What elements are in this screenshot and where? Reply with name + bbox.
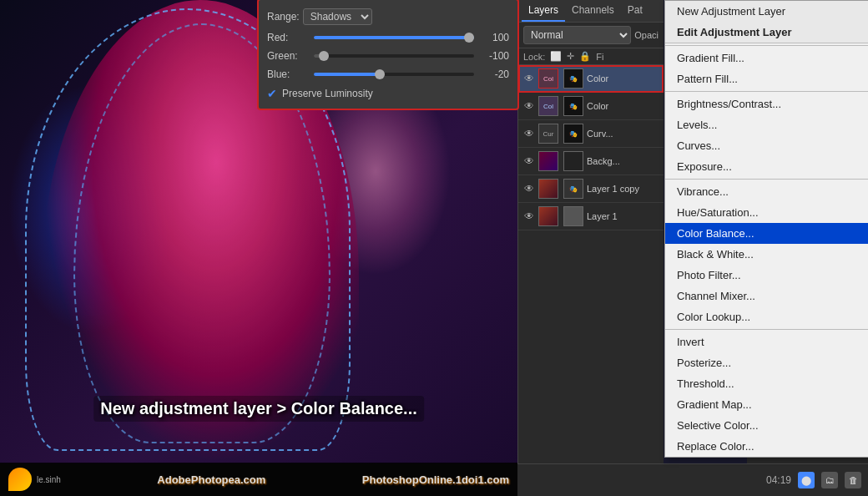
checkbox-icon: ✔ — [267, 87, 277, 100]
layer-thumb-bg — [538, 151, 558, 171]
opacity-label: Opaci — [634, 30, 659, 40]
menu-hue-saturation[interactable]: Hue/Saturation... — [665, 202, 868, 223]
layer-mask-curves: 🎭 — [563, 124, 583, 144]
menu-divider-1 — [665, 45, 868, 46]
context-menu: New Adjustment Layer Edit Adjustment Lay… — [664, 0, 868, 458]
range-label: Range: — [267, 11, 300, 23]
layer-name-layer1: Layer 1 — [587, 211, 659, 221]
status-icon-record[interactable]: ⬤ — [798, 472, 815, 488]
red-slider-fill — [314, 36, 474, 39]
preserve-luminosity-label: Preserve Luminosity — [282, 88, 373, 99]
logo-icon — [8, 468, 32, 491]
blue-slider-track[interactable] — [314, 73, 474, 76]
layer-name-col1: Color — [587, 73, 659, 84]
menu-levels[interactable]: Levels... — [665, 114, 868, 135]
range-row: Range: Shadows Midtones Highlights — [267, 8, 509, 25]
menu-gradient-fill[interactable]: Gradient Fill... — [665, 48, 868, 68]
red-value: 100 — [479, 32, 509, 43]
layer-item-copy[interactable]: 👁 🎭 Layer 1 copy — [518, 175, 664, 203]
lock-row: Lock: ⬜ ✛ 🔒 Fi — [518, 48, 664, 65]
menu-edit-adjustment[interactable]: Edit Adjustment Layer — [665, 22, 868, 43]
menu-divider-2 — [665, 91, 868, 92]
menu-replace-color[interactable]: Replace Color... — [665, 436, 868, 457]
green-value: -100 — [479, 50, 509, 62]
left-url: AdobePhotopea.com — [157, 473, 265, 486]
menu-divider-4 — [665, 329, 868, 330]
status-time: 04:19 — [766, 474, 791, 486]
tab-channels[interactable]: Channels — [565, 0, 621, 22]
green-slider-thumb[interactable] — [319, 51, 329, 61]
blend-mode-dropdown[interactable]: Normal Multiply Screen — [523, 26, 631, 44]
eye-icon-col2[interactable]: 👁 — [523, 100, 535, 112]
logo-area: le.sinh — [8, 468, 61, 491]
menu-color-lookup[interactable]: Color Lookup... — [665, 306, 868, 327]
layer-mask-layer1 — [563, 206, 583, 226]
blue-label: Blue: — [267, 68, 309, 80]
blue-slider-fill — [314, 73, 378, 76]
lock-all-icon[interactable]: 🔒 — [579, 51, 591, 62]
layer-item-layer1[interactable]: 👁 Layer 1 — [518, 203, 664, 230]
right-url: PhotoshopOnline.1doi1.com — [362, 473, 509, 486]
eye-icon-curves[interactable]: 👁 — [523, 128, 535, 139]
red-label: Red: — [267, 32, 309, 43]
layer-mask-bg — [563, 151, 583, 171]
menu-selective-color[interactable]: Selective Color... — [665, 415, 868, 436]
layer-item-curves[interactable]: 👁 Cur 🎭 Curv... — [518, 120, 664, 148]
layer-item-bg[interactable]: 👁 Backg... — [518, 148, 664, 175]
menu-black-white[interactable]: Black & White... — [665, 244, 868, 265]
red-slider-track[interactable] — [314, 36, 474, 39]
menu-photo-filter[interactable]: Photo Filter... — [665, 265, 868, 286]
red-slider-thumb[interactable] — [464, 33, 474, 43]
lock-pixel-icon[interactable]: ⬜ — [550, 51, 562, 62]
menu-brightness-contrast[interactable]: Brightness/Contrast... — [665, 94, 868, 114]
layer-mask-copy: 🎭 — [563, 179, 583, 199]
range-dropdown[interactable]: Shadows Midtones Highlights — [303, 8, 372, 25]
watermark-text: New adjustment layer > Color Balance... — [93, 396, 424, 422]
menu-pattern-fill[interactable]: Pattern Fill... — [665, 68, 868, 89]
layer-thumb-layer1 — [538, 206, 558, 226]
layer-item-col2[interactable]: 👁 Col 🎭 Color — [518, 93, 664, 120]
green-slider-track[interactable] — [314, 54, 474, 58]
preserve-luminosity-row[interactable]: ✔ Preserve Luminosity — [267, 87, 509, 100]
logo-text: le.sinh — [37, 475, 61, 484]
menu-threshold[interactable]: Threshold... — [665, 373, 868, 394]
tab-layers[interactable]: Layers — [522, 0, 565, 22]
bottom-bar: le.sinh AdobePhotopea.com PhotoshopOnlin… — [0, 463, 517, 496]
blue-value: -20 — [479, 68, 509, 80]
eye-icon-col1[interactable]: 👁 — [523, 73, 535, 84]
menu-gradient-map[interactable]: Gradient Map... — [665, 394, 868, 415]
fill-label: Fi — [596, 52, 603, 62]
red-slider-row: Red: 100 — [267, 32, 509, 43]
menu-new-adjustment[interactable]: New Adjustment Layer — [665, 1, 868, 22]
right-panel: Layers Channels Pat Normal Multiply Scre… — [517, 0, 868, 496]
color-balance-panel: Range: Shadows Midtones Highlights Red: … — [257, 0, 519, 110]
status-icon-trash[interactable]: 🗑 — [845, 472, 861, 488]
tab-pat[interactable]: Pat — [621, 0, 649, 22]
layer-mask-col2: 🎭 — [563, 96, 583, 116]
lock-position-icon[interactable]: ✛ — [567, 51, 574, 62]
status-bar: 04:19 ⬤ 🗂 🗑 — [517, 463, 868, 496]
layers-area: Layers Channels Pat Normal Multiply Scre… — [517, 0, 664, 496]
eye-icon-bg[interactable]: 👁 — [523, 155, 535, 167]
menu-color-balance[interactable]: Color Balance... — [665, 223, 868, 244]
menu-exposure[interactable]: Exposure... — [665, 156, 868, 177]
menu-posterize[interactable]: Posterize... — [665, 352, 868, 373]
layer-item-col1[interactable]: 👁 Col 🎭 Color — [518, 65, 664, 93]
lock-label: Lock: — [523, 52, 545, 62]
status-icon-layers[interactable]: 🗂 — [821, 472, 838, 488]
menu-curves[interactable]: Curves... — [665, 135, 868, 156]
layer-name-bg: Backg... — [587, 156, 659, 166]
menu-channel-mixer[interactable]: Channel Mixer... — [665, 286, 868, 306]
eye-icon-layer1[interactable]: 👁 — [523, 210, 535, 222]
blue-slider-thumb[interactable] — [375, 69, 385, 79]
layer-name-copy: Layer 1 copy — [587, 184, 659, 194]
green-label: Green: — [267, 50, 309, 62]
layer-mask-col1: 🎭 — [563, 68, 583, 89]
layer-thumb-curves: Cur — [538, 124, 558, 144]
menu-section-top: New Adjustment Layer Edit Adjustment Lay… — [665, 1, 868, 43]
layer-thumb-col2: Col — [538, 96, 558, 116]
layer-thumb-copy — [538, 179, 558, 199]
eye-icon-copy[interactable]: 👁 — [523, 183, 535, 195]
menu-invert[interactable]: Invert — [665, 332, 868, 352]
menu-vibrance[interactable]: Vibrance... — [665, 181, 868, 202]
